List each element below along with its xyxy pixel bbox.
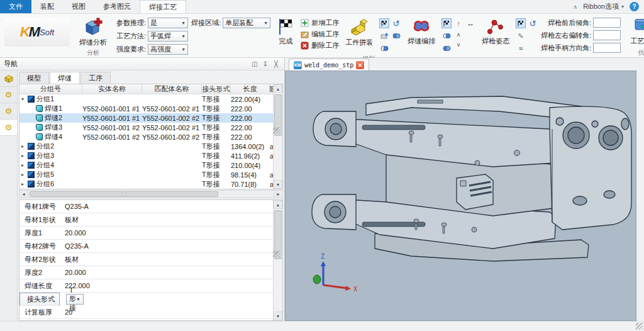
sphere-small-button[interactable] (441, 43, 452, 53)
tree-item-name: 分组1 (36, 94, 54, 104)
finish-button[interactable]: 完成 (274, 15, 297, 47)
delete-step-button[interactable]: 删除工序 (301, 41, 339, 50)
header-joint[interactable]: 接头形式 (202, 84, 231, 94)
header-group[interactable]: 分组号 (19, 84, 82, 94)
simulate-button[interactable]: 工艺仿真 (627, 15, 644, 47)
sphere-small-button[interactable] (441, 31, 452, 41)
menu-tab-assembly[interactable]: 装配 (31, 0, 63, 13)
collapse-ribbon-icon[interactable]: ∧ (574, 4, 578, 10)
ribbon-options-button[interactable]: Ribbon选项 ▾ (583, 2, 624, 11)
torch-pose-button[interactable]: 焊枪姿态 (479, 15, 513, 47)
scroll-thumb[interactable]: ⋮⋮ (30, 191, 218, 197)
window-layout-button[interactable]: ◫ (250, 60, 259, 69)
header-match[interactable]: 匹配体名称 (142, 84, 202, 94)
move-down-button[interactable]: ∨ (457, 41, 461, 48)
method-combo[interactable]: 手弧焊▼ (148, 31, 188, 42)
weld-analysis-button[interactable]: 焊缝分析 (76, 15, 110, 48)
header-length[interactable]: 长度 (231, 84, 270, 94)
chevron-down-icon: ▼ (264, 21, 268, 25)
pin-button[interactable]: ↧ (261, 60, 270, 69)
measure-button[interactable]: ↔ (465, 18, 475, 28)
scroll-thumb[interactable]: ≡ (274, 94, 282, 136)
scroll-left-button[interactable]: ◄ (19, 191, 28, 198)
scroll-thumb[interactable]: ≡ (274, 210, 282, 259)
gear-nav-button[interactable]: ⚙ (0, 87, 17, 103)
tree-row[interactable]: ▸ 分组4 T形接 210.00(4) (19, 160, 273, 170)
scroll-down-button[interactable]: ▼ (274, 180, 282, 189)
tab-process[interactable]: 工序 (80, 72, 111, 84)
tree-row[interactable]: ▸ 分组3 T形接 411.96(2) a=40° (19, 151, 273, 160)
help-button[interactable]: ? (630, 2, 639, 11)
close-panel-button[interactable]: ╳ (272, 60, 280, 69)
tree-row[interactable]: 焊缝1 Y552-0601-001 #1 Y552-0601-002 #1 T形… (19, 104, 273, 113)
region-value: 单层装配 (225, 18, 253, 28)
box-icon (4, 74, 14, 83)
tree-row[interactable]: ▸ 分组6 T形接 70.71(8) a=40° (19, 179, 273, 189)
strength-combo[interactable]: 高强度▼ (148, 44, 188, 55)
property-label: 接头形式 (22, 295, 65, 304)
tree-row[interactable]: ▾ 分组1 T形接 222.00(4) (19, 94, 273, 104)
param-infer-combo[interactable]: 是▼ (148, 18, 188, 28)
match-name-cell: Y552-0601-002 #1 (142, 124, 202, 132)
navigation-tabs: 模型 焊缝 工序 (19, 72, 283, 84)
simulate-label: 工艺仿真 (630, 36, 644, 46)
document-tab[interactable]: KM weld_demo_stp (289, 59, 369, 70)
scroll-up-button[interactable]: ▲ (274, 84, 282, 93)
scroll-right-button[interactable]: ► (274, 191, 282, 198)
weld-arrange-button[interactable]: 焊缝编排 (404, 15, 438, 47)
region-combo[interactable]: 单层装配▼ (223, 18, 270, 28)
tree-row[interactable]: 焊缝4 Y552-0601-001 #2 Y552-0601-002 #2 T形… (19, 132, 273, 142)
torch-pitch-input[interactable] (593, 18, 621, 28)
pin-vertical-button[interactable]: ↑ (453, 18, 464, 28)
tree-row[interactable]: ▸ 分组2 T形接 1364.00(2) a=40° (19, 142, 273, 151)
model-box-button[interactable] (0, 70, 17, 87)
tree-row[interactable]: 焊缝2 Y552-0601-001 #1 Y552-0601-002 #2 T形… (19, 113, 273, 123)
sphere-small-button[interactable] (379, 43, 389, 53)
export-small-button[interactable] (379, 31, 389, 41)
add-step-button[interactable]: 新增工序 (301, 18, 339, 28)
torch-handle-input[interactable] (593, 43, 621, 53)
scroll-up-button[interactable]: ▲ (274, 200, 282, 209)
menu-tab-file[interactable]: 文件 (0, 0, 31, 13)
torch-yaw-input[interactable] (593, 30, 621, 40)
assemble-button[interactable]: 工件拼装 (342, 15, 376, 48)
joint-type-cell: T形接 (202, 151, 231, 160)
resize-grip[interactable] (636, 323, 643, 330)
flag-small-button[interactable] (516, 18, 526, 28)
capsule-icon (380, 45, 389, 52)
region-field: 焊接区域: 单层装配▼ (191, 15, 270, 28)
undo-button[interactable]: ↺ (528, 18, 538, 28)
move-up-button[interactable]: ∧ (457, 31, 461, 38)
tree-row[interactable]: 焊缝3 Y552-0601-001 #2 Y552-0601-002 #1 T形… (19, 123, 273, 132)
menu-tab-view[interactable]: 视图 (63, 0, 94, 13)
tree-row[interactable]: ▸ 分组5 T形接 98.15(4) a=40° (19, 170, 273, 179)
scroll-track[interactable]: ⋮⋮ (28, 191, 274, 198)
weld-arrange-icon (412, 18, 431, 35)
close-tab-button[interactable] (356, 61, 364, 69)
menu-bar: 文件 装配 视图 参考图元 焊接工艺 ∧ Ribbon选项 ▾ ? (0, 0, 644, 14)
sphere-pair-button[interactable] (391, 31, 401, 41)
menu-tab-reference[interactable]: 参考图元 (94, 0, 140, 13)
undo-button[interactable]: ↺ (391, 18, 401, 28)
scroll-down-button[interactable]: ▼ (274, 311, 282, 320)
menu-tab-weld-process[interactable]: 焊接工艺 (140, 0, 186, 13)
flag-small-button[interactable] (441, 18, 452, 28)
property-value: Q235-A (62, 203, 273, 210)
tab-model[interactable]: 模型 (19, 72, 49, 84)
path-small-button[interactable]: ≈ (516, 43, 526, 53)
scroll-track[interactable]: ≡ (274, 209, 282, 311)
edit-small-button[interactable]: ✎ (516, 31, 526, 41)
3d-canvas[interactable]: Z X (285, 70, 636, 321)
scroll-track[interactable]: ≡ (274, 93, 282, 180)
header-entity[interactable]: 实体名称 (82, 84, 142, 94)
gear-nav-button[interactable]: ⚙ (0, 103, 17, 120)
property-label: 母材2牌号 (19, 242, 62, 251)
tab-weld-seam[interactable]: 焊缝 (50, 72, 80, 84)
expander-icon: ▸ (21, 181, 28, 187)
edit-step-button[interactable]: 编辑工序 (301, 30, 339, 39)
gear-nav-button-active[interactable]: ⚙ (0, 120, 17, 136)
method-label: 工艺方法: (116, 31, 146, 41)
entity-name-cell: Y552-0601-001 #1 (82, 105, 142, 113)
flag-small-button[interactable] (379, 18, 389, 28)
joint-type-combo[interactable]: T形接 ▼ (66, 294, 84, 305)
